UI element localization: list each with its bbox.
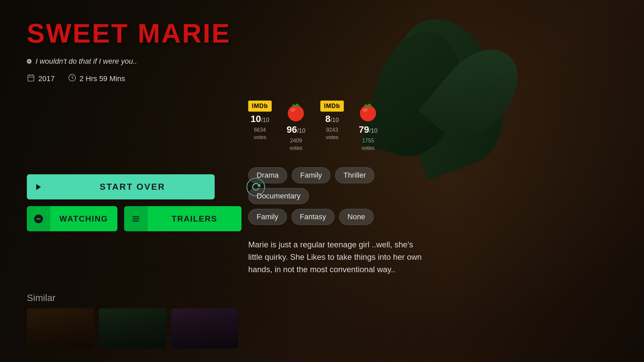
genre-documentary: Documentary — [248, 188, 309, 204]
genre-none: None — [339, 209, 374, 225]
genre-thriller: Thriller — [335, 167, 374, 183]
rating-tomato-1: 96/10 2409votes — [285, 101, 307, 152]
right-panel: IMDb 10/10 6634votes — [248, 101, 423, 276]
meta-area: 2017 2 Hrs 59 Mins — [27, 74, 125, 84]
rating-votes-3: 9243votes — [326, 126, 338, 141]
tomato-badge-2 — [357, 101, 379, 122]
trailers-label: TRAILERS — [148, 214, 241, 224]
tomato-badge-1 — [285, 101, 307, 122]
similar-section: Similar — [27, 293, 238, 349]
imdb-badge-2: IMDb — [320, 101, 344, 112]
start-over-button[interactable]: START OVER — [27, 174, 215, 199]
tagline-text: I wouldn't do that if I were you.. — [36, 57, 137, 66]
secondary-buttons-row: WATCHING TRAILERS — [27, 206, 241, 231]
minus-icon — [27, 206, 50, 231]
similar-thumb-1[interactable] — [27, 308, 94, 349]
genre-drama: Drama — [248, 167, 287, 183]
rating-tomato-2: 79/10 1755votes — [357, 101, 379, 152]
movie-title: SWEET MARIE — [27, 20, 231, 47]
genre-row-1: Drama Family Thriller Documentary — [248, 167, 423, 204]
tagline-area: I wouldn't do that if I were you.. — [27, 57, 137, 66]
rating-score-1: 10/10 — [251, 114, 269, 124]
year-item: 2017 — [27, 74, 55, 84]
list-icon — [124, 206, 148, 231]
year-value: 2017 — [38, 74, 55, 83]
duration-item: 2 Hrs 59 Mins — [68, 74, 125, 84]
ratings-row: IMDb 10/10 6634votes — [248, 101, 423, 152]
rating-votes-4: 1755votes — [362, 137, 374, 152]
play-icon — [27, 174, 50, 199]
tagline-dot — [27, 59, 32, 64]
genres-section: Drama Family Thriller Documentary Family… — [248, 167, 423, 225]
rating-imdb-2: IMDb 8/10 9243votes — [320, 101, 344, 152]
rating-score-2: 96/10 — [286, 125, 305, 134]
start-over-label: START OVER — [50, 182, 215, 192]
clock-icon — [68, 74, 76, 84]
rating-votes-2: 2409votes — [289, 137, 302, 152]
rating-score-3: 8/10 — [325, 114, 339, 124]
imdb-badge-1: IMDb — [248, 101, 272, 112]
watching-label: WATCHING — [50, 214, 117, 224]
genre-fantasy: Fantasy — [291, 209, 334, 225]
similar-thumb-2[interactable] — [99, 308, 166, 349]
rating-imdb-1: IMDb 10/10 6634votes — [248, 101, 272, 152]
calendar-icon — [27, 74, 35, 84]
similar-thumbnails — [27, 308, 238, 349]
svg-rect-0 — [28, 75, 34, 81]
duration-value: 2 Hrs 59 Mins — [79, 74, 125, 83]
trailers-button[interactable]: TRAILERS — [124, 206, 241, 231]
rating-score-4: 79/10 — [359, 125, 377, 134]
genre-row-2: Family Fantasy None — [248, 209, 423, 225]
rating-votes-1: 6634votes — [254, 126, 266, 141]
buttons-area: START OVER WATCHING — [27, 174, 241, 231]
genre-family-2: Family — [248, 209, 287, 225]
svg-marker-5 — [36, 184, 41, 190]
main-content: SWEET MARIE I wouldn't do that if I were… — [0, 0, 644, 362]
similar-label: Similar — [27, 293, 238, 303]
genre-family-1: Family — [292, 167, 330, 183]
title-area: SWEET MARIE — [27, 20, 231, 47]
movie-description: Marie is just a regular teenage girl ..w… — [248, 238, 423, 276]
watching-button[interactable]: WATCHING — [27, 206, 117, 231]
similar-thumb-3[interactable] — [171, 308, 238, 349]
